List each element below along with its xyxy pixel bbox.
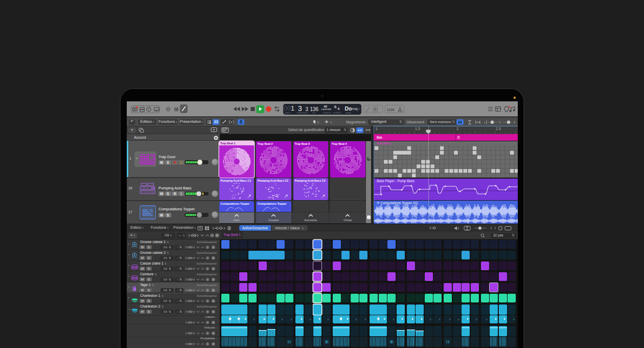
svg-text:?: ? (148, 108, 150, 111)
svg-text:▾: ▾ (330, 121, 332, 124)
svg-text:▾: ▾ (317, 121, 319, 124)
svg-text:1234: 1234 (387, 108, 395, 112)
